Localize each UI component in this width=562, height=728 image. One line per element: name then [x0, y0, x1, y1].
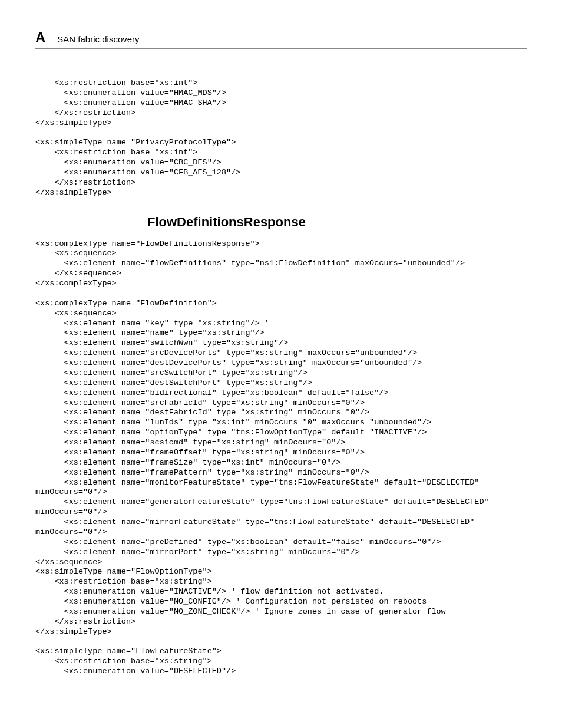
section-heading: FlowDefinitionsResponse — [147, 215, 527, 230]
code-block-2: <xs:complexType name="FlowDefinitionsRes… — [35, 239, 527, 677]
page-header: A SAN fabric discovery — [35, 29, 527, 49]
appendix-letter: A — [35, 29, 45, 46]
code-block-1: <xs:restriction base="xs:int"> <xs:enume… — [35, 78, 527, 198]
page-title: SAN fabric discovery — [57, 34, 139, 44]
